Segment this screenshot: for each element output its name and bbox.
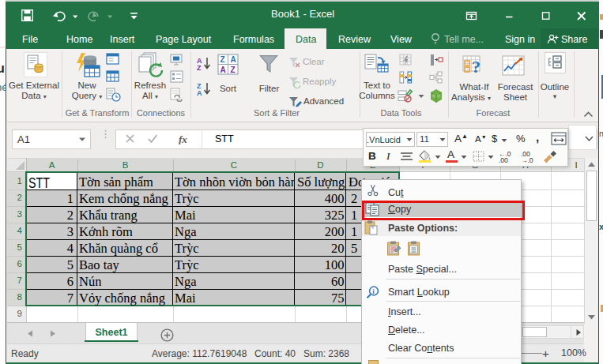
svg-text:Z: Z: [197, 64, 202, 71]
svg-text:A: A: [220, 66, 226, 74]
svg-text:?: ?: [472, 57, 481, 77]
svg-text:A: A: [197, 89, 202, 96]
svg-text:Z: Z: [220, 55, 225, 64]
svg-text:A: A: [231, 55, 236, 64]
svg-text:Z: Z: [231, 66, 236, 74]
svg-text:fx: fx: [179, 133, 187, 144]
svg-text:i: i: [372, 287, 375, 295]
